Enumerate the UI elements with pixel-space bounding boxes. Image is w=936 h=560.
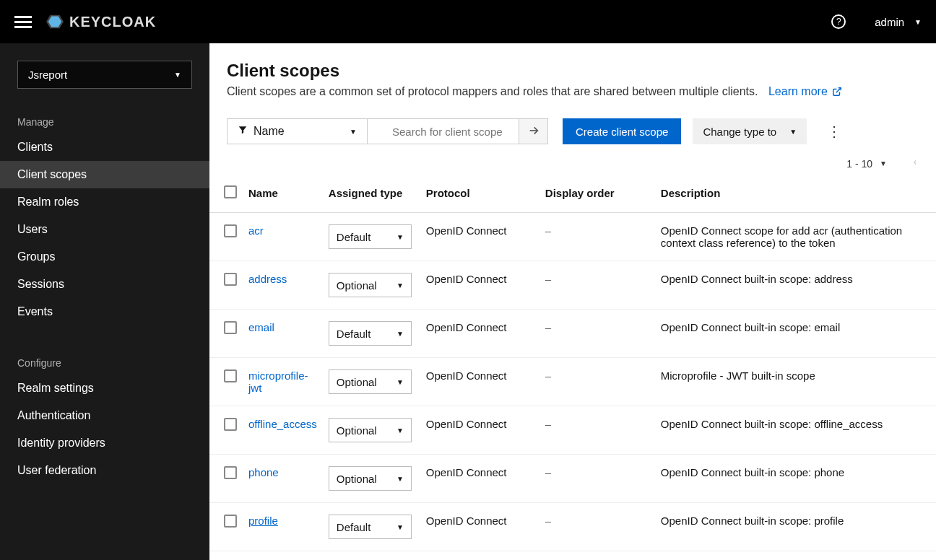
filter-icon <box>238 125 248 138</box>
prev-page-button[interactable] <box>911 157 919 170</box>
create-client-scope-button[interactable]: Create client scope <box>563 118 681 144</box>
column-header-assigned-type: Assigned type <box>323 174 420 213</box>
chevron-down-icon: ▼ <box>350 128 357 136</box>
sidebar: Jsreport ▼ ManageClientsClient scopesRea… <box>0 43 209 560</box>
change-type-dropdown[interactable]: Change type to ▼ <box>693 118 807 144</box>
table-row: acrDefault▼OpenID Connect–OpenID Connect… <box>209 213 936 261</box>
user-menu[interactable]: admin ▼ <box>875 16 922 28</box>
row-checkbox[interactable] <box>224 273 237 286</box>
nav-section-label: Manage <box>0 106 209 134</box>
table-row: microprofile-jwtOptional▼OpenID Connect–… <box>209 358 936 406</box>
chevron-down-icon[interactable]: ▼ <box>880 159 887 167</box>
chevron-down-icon: ▼ <box>789 128 797 136</box>
chevron-down-icon: ▼ <box>396 426 404 434</box>
display-order-cell: – <box>545 321 551 333</box>
description-cell: OpenID Connect built-in scope: email <box>655 310 936 358</box>
row-checkbox[interactable] <box>224 466 237 479</box>
display-order-cell: – <box>545 273 551 285</box>
protocol-cell: SAML <box>420 551 540 561</box>
display-order-cell: – <box>545 369 551 382</box>
sidebar-item-realm-settings[interactable]: Realm settings <box>0 375 209 402</box>
pagination: 1 - 10 ▼ <box>209 153 936 174</box>
sidebar-item-identity-providers[interactable]: Identity providers <box>0 429 209 457</box>
display-order-cell: – <box>545 418 551 430</box>
scope-name-link[interactable]: acr <box>248 224 264 237</box>
display-order-cell: – <box>545 224 551 237</box>
help-icon[interactable]: ? <box>831 14 846 29</box>
assigned-type-select[interactable]: Optional▼ <box>329 273 412 297</box>
display-order-cell: – <box>545 515 551 527</box>
sidebar-item-sessions[interactable]: Sessions <box>0 271 209 298</box>
user-name: admin <box>875 16 904 28</box>
filter-attribute-label: Name <box>254 125 285 138</box>
main-content: Client scopes Client scopes are a common… <box>209 43 936 560</box>
toolbar: Name ▼ Create client scope Change type t… <box>209 110 936 153</box>
table-row: offline_accessOptional▼OpenID Connect–Op… <box>209 406 936 455</box>
chevron-down-icon: ▼ <box>396 330 404 338</box>
logo-icon <box>46 13 64 30</box>
scope-name-link[interactable]: phone <box>248 466 279 478</box>
select-all-checkbox[interactable] <box>224 185 237 198</box>
table-row: profileDefault▼OpenID Connect–OpenID Con… <box>209 503 936 551</box>
chevron-down-icon: ▼ <box>174 71 181 79</box>
protocol-cell: OpenID Connect <box>420 503 540 551</box>
row-checkbox[interactable] <box>224 418 237 431</box>
nav-section-label: Configure <box>0 347 209 375</box>
search-submit-button[interactable] <box>519 118 548 144</box>
sidebar-item-user-federation[interactable]: User federation <box>0 457 209 484</box>
protocol-cell: OpenID Connect <box>420 455 540 503</box>
chevron-down-icon: ▼ <box>396 233 404 241</box>
description-cell: OpenID Connect built-in scope: phone <box>655 455 936 503</box>
assigned-type-select[interactable]: Optional▼ <box>329 418 412 442</box>
brand-name: KEYCLOAK <box>69 14 156 30</box>
filter-attribute-dropdown[interactable]: Name ▼ <box>227 118 368 144</box>
protocol-cell: OpenID Connect <box>420 406 540 455</box>
assigned-type-select[interactable]: Optional▼ <box>329 369 412 394</box>
assigned-type-select[interactable]: Optional▼ <box>329 466 412 491</box>
row-checkbox[interactable] <box>224 321 237 334</box>
scope-name-link[interactable]: address <box>248 273 287 285</box>
chevron-down-icon: ▼ <box>396 281 404 289</box>
table-row: role_listDefault▼SAML–SAML role list <box>209 551 936 561</box>
sidebar-item-events[interactable]: Events <box>0 298 209 325</box>
header: KEYCLOAK ? admin ▼ <box>0 0 936 43</box>
external-link-icon <box>831 85 842 97</box>
brand-logo[interactable]: KEYCLOAK <box>46 13 156 30</box>
scope-name-link[interactable]: profile <box>248 515 278 527</box>
description-cell: Microprofile - JWT built-in scope <box>655 358 936 406</box>
protocol-cell: OpenID Connect <box>420 310 540 358</box>
chevron-down-icon: ▼ <box>914 18 922 26</box>
column-header-protocol: Protocol <box>420 174 540 213</box>
sidebar-item-groups[interactable]: Groups <box>0 243 209 271</box>
learn-more-link[interactable]: Learn more <box>768 85 842 97</box>
row-checkbox[interactable] <box>224 224 237 237</box>
description-cell: OpenID Connect built-in scope: profile <box>655 503 936 551</box>
sidebar-item-users[interactable]: Users <box>0 216 209 243</box>
menu-toggle-button[interactable] <box>14 13 32 30</box>
scope-name-link[interactable]: offline_access <box>248 418 317 430</box>
description-cell: OpenID Connect built-in scope: offline_a… <box>655 406 936 455</box>
assigned-type-select[interactable]: Default▼ <box>329 224 412 249</box>
search-input[interactable] <box>368 118 519 144</box>
realm-selector[interactable]: Jsreport ▼ <box>17 61 192 89</box>
row-checkbox[interactable] <box>224 369 237 382</box>
scope-name-link[interactable]: email <box>248 321 274 333</box>
protocol-cell: OpenID Connect <box>420 261 540 310</box>
table-row: emailDefault▼OpenID Connect–OpenID Conne… <box>209 310 936 358</box>
kebab-menu[interactable]: ⋮ <box>821 123 847 140</box>
sidebar-item-client-scopes[interactable]: Client scopes <box>0 161 209 188</box>
sidebar-item-authentication[interactable]: Authentication <box>0 402 209 429</box>
description-cell: OpenID Connect scope for add acr (authen… <box>655 213 936 261</box>
display-order-cell: – <box>545 466 551 478</box>
sidebar-item-realm-roles[interactable]: Realm roles <box>0 188 209 216</box>
sidebar-item-clients[interactable]: Clients <box>0 134 209 161</box>
assigned-type-select[interactable]: Default▼ <box>329 515 412 539</box>
column-header-description: Description <box>655 174 936 213</box>
row-checkbox[interactable] <box>224 515 237 528</box>
assigned-type-select[interactable]: Default▼ <box>329 321 412 346</box>
column-header-name: Name <box>243 174 323 213</box>
client-scopes-table: Name Assigned type Protocol Display orde… <box>209 174 936 560</box>
column-header-display-order: Display order <box>540 174 655 213</box>
chevron-down-icon: ▼ <box>396 378 404 386</box>
scope-name-link[interactable]: microprofile-jwt <box>248 369 308 394</box>
